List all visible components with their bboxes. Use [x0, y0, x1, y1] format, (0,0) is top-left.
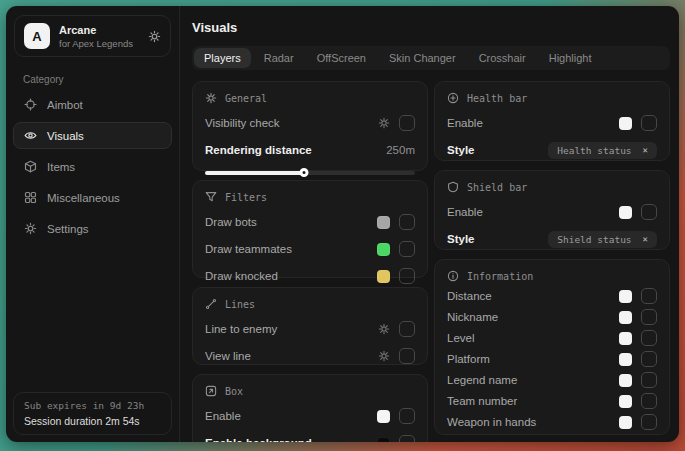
shield-enable-row: Enable: [447, 204, 657, 220]
color-swatch[interactable]: [619, 206, 632, 219]
visibility-check-row: Visibility check: [205, 115, 415, 131]
app-header-card: A Arcane for Apex Legends: [14, 15, 171, 57]
session-duration-text: Session duration 2m 54s: [24, 415, 161, 427]
draw-bots-checkbox[interactable]: [399, 214, 415, 230]
distance-checkbox[interactable]: [641, 288, 657, 304]
tab-offscreen[interactable]: OffScreen: [307, 48, 376, 68]
box-background-row: Enable background: [205, 435, 415, 442]
weapon-in-hands-checkbox[interactable]: [641, 414, 657, 430]
section-title: Information: [467, 271, 533, 282]
row-label: Visibility check: [205, 117, 280, 129]
funnel-icon: [205, 191, 217, 203]
sidebar-item-items[interactable]: Items: [13, 153, 172, 180]
line-to-enemy-checkbox[interactable]: [399, 321, 415, 337]
box-enable-checkbox[interactable]: [399, 408, 415, 424]
draw-knocked-checkbox[interactable]: [399, 268, 415, 284]
sidebar-item-label: Miscellaneous: [47, 192, 120, 204]
app-window: A Arcane for Apex Legends Category Aimbo…: [6, 6, 679, 442]
visibility-check-checkbox[interactable]: [399, 115, 415, 131]
color-swatch[interactable]: [377, 216, 390, 229]
color-swatch[interactable]: [619, 416, 632, 429]
draw-bots-row: Draw bots: [205, 214, 415, 230]
sidebar-item-label: Settings: [47, 223, 89, 235]
close-icon[interactable]: ✕: [643, 145, 648, 155]
color-swatch[interactable]: [377, 243, 390, 256]
left-column: General Visibility check Rendering dista…: [192, 81, 428, 442]
sub-expiry-text: Sub expires in 9d 23h: [24, 400, 161, 411]
gear-icon[interactable]: [378, 350, 390, 362]
tag-label: Health status: [557, 145, 631, 156]
color-swatch[interactable]: [377, 437, 390, 443]
legend-name-row: Legend name: [447, 373, 657, 387]
color-swatch[interactable]: [619, 311, 632, 324]
row-label: Style: [447, 144, 475, 156]
view-line-checkbox[interactable]: [399, 348, 415, 364]
general-card: General Visibility check Rendering dista…: [192, 81, 428, 171]
slider-knob[interactable]: [299, 168, 308, 177]
color-swatch[interactable]: [377, 410, 390, 423]
health-style-tag[interactable]: Health status ✕: [548, 142, 657, 159]
tab-players[interactable]: Players: [194, 48, 251, 68]
row-label: Level: [447, 332, 475, 344]
color-swatch[interactable]: [619, 332, 632, 345]
crosshair-icon: [24, 98, 37, 111]
close-icon[interactable]: ✕: [643, 234, 648, 244]
section-title: Health bar: [467, 93, 527, 104]
nickname-checkbox[interactable]: [641, 309, 657, 325]
tag-label: Shield status: [557, 234, 631, 245]
shield-enable-checkbox[interactable]: [641, 204, 657, 220]
sidebar-item-miscellaneous[interactable]: Miscellaneous: [13, 184, 172, 211]
app-subtitle: for Apex Legends: [59, 38, 133, 49]
health-enable-checkbox[interactable]: [641, 115, 657, 131]
sidebar: A Arcane for Apex Legends Category Aimbo…: [6, 6, 180, 442]
category-label: Category: [23, 74, 179, 85]
section-title: Shield bar: [467, 182, 527, 193]
color-swatch[interactable]: [619, 395, 632, 408]
gear-icon[interactable]: [378, 117, 390, 129]
tab-crosshair[interactable]: Crosshair: [469, 48, 536, 68]
tab-highlight[interactable]: Highlight: [539, 48, 602, 68]
legend-name-checkbox[interactable]: [641, 372, 657, 388]
health-style-row: Style Health status ✕: [447, 142, 657, 158]
information-card: Information Distance Nickname: [434, 259, 670, 435]
color-swatch[interactable]: [619, 353, 632, 366]
slider-fill: [205, 171, 304, 175]
row-label: Enable: [205, 410, 241, 422]
gear-icon[interactable]: [148, 30, 161, 43]
box-arrow-icon: [205, 385, 217, 397]
row-label: Draw bots: [205, 216, 257, 228]
tab-skin-changer[interactable]: Skin Changer: [379, 48, 466, 68]
gear-icon[interactable]: [378, 323, 390, 335]
row-label: Distance: [447, 290, 492, 302]
color-swatch[interactable]: [619, 374, 632, 387]
row-label: Platform: [447, 353, 490, 365]
draw-teammates-row: Draw teammates: [205, 241, 415, 257]
tab-bar: Players Radar OffScreen Skin Changer Cro…: [192, 46, 670, 70]
shield-style-tag[interactable]: Shield status ✕: [548, 231, 657, 248]
shield-style-row: Style Shield status ✕: [447, 231, 657, 247]
color-swatch[interactable]: [619, 290, 632, 303]
draw-teammates-checkbox[interactable]: [399, 241, 415, 257]
tab-radar[interactable]: Radar: [254, 48, 304, 68]
main-content: Visuals Players Radar OffScreen Skin Cha…: [180, 6, 679, 442]
sidebar-item-visuals[interactable]: Visuals: [13, 122, 172, 149]
color-swatch[interactable]: [619, 117, 632, 130]
section-title: Box: [225, 386, 243, 397]
rendering-distance-slider[interactable]: [205, 168, 415, 177]
subscription-card: Sub expires in 9d 23h Session duration 2…: [13, 392, 172, 435]
row-label: Enable: [447, 117, 483, 129]
app-logo: A: [24, 23, 50, 49]
box-background-checkbox[interactable]: [399, 435, 415, 442]
sidebar-item-label: Visuals: [47, 130, 84, 142]
color-swatch[interactable]: [377, 270, 390, 283]
platform-checkbox[interactable]: [641, 351, 657, 367]
team-number-checkbox[interactable]: [641, 393, 657, 409]
sidebar-item-aimbot[interactable]: Aimbot: [13, 91, 172, 118]
team-number-row: Team number: [447, 394, 657, 408]
level-checkbox[interactable]: [641, 330, 657, 346]
sidebar-item-settings[interactable]: Settings: [13, 215, 172, 242]
distance-row: Distance: [447, 289, 657, 303]
line-icon: [205, 298, 217, 310]
rendering-distance-value: 250m: [386, 144, 415, 156]
rendering-distance-row: Rendering distance 250m: [205, 142, 415, 158]
